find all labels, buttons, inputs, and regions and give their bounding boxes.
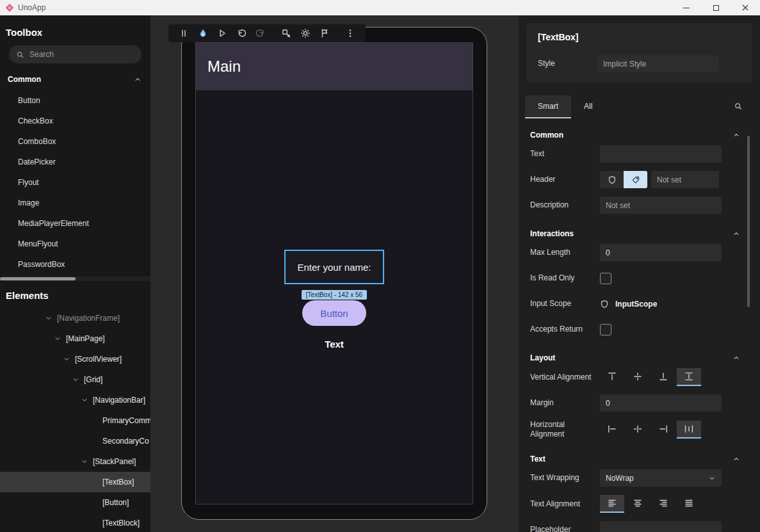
toolbox-item-passwordbox[interactable]: PasswordBox bbox=[0, 254, 150, 275]
designed-button[interactable]: Button bbox=[302, 300, 366, 326]
section-common-title: Common bbox=[530, 131, 563, 140]
design-canvas[interactable]: Main Enter your name: [TextBox] - 142 x … bbox=[150, 15, 519, 532]
toolbox-title: Toolbox bbox=[0, 15, 150, 38]
toolbox-item-datepicker[interactable]: DatePicker bbox=[0, 152, 150, 172]
toolbox-item-checkbox[interactable]: CheckBox bbox=[0, 111, 150, 131]
toolbox-section-common[interactable]: Common bbox=[0, 63, 150, 90]
close-button[interactable] bbox=[731, 0, 760, 15]
description-input[interactable] bbox=[600, 197, 722, 214]
maximize-button[interactable] bbox=[701, 0, 731, 15]
chevron-down-icon[interactable] bbox=[44, 314, 54, 322]
input-scope-value[interactable]: InputScope bbox=[615, 300, 657, 309]
device-screen: Main Enter your name: [TextBox] - 142 x … bbox=[195, 42, 473, 504]
align-bottom-button[interactable] bbox=[651, 368, 675, 386]
designed-textbox[interactable]: Enter your name: bbox=[284, 250, 384, 284]
toolbox-search-input[interactable] bbox=[9, 45, 141, 63]
tree-item-navigationbar[interactable]: [NavigationBar] bbox=[0, 390, 150, 410]
align-vertical-center-button[interactable] bbox=[626, 368, 650, 386]
inspector-scrollbar[interactable] bbox=[747, 136, 750, 307]
toolbox-search[interactable] bbox=[9, 45, 141, 63]
toolbox-item-button[interactable]: Button bbox=[0, 90, 150, 111]
description-label: Description bbox=[530, 200, 600, 210]
tree-item-navigationframe[interactable]: [NavigationFrame] bbox=[0, 308, 150, 328]
tab-all[interactable]: All bbox=[571, 95, 605, 118]
pause-icon[interactable] bbox=[175, 25, 192, 42]
selection-size-badge: [TextBox] - 142 x 56 bbox=[302, 290, 367, 300]
text-align-left-button[interactable] bbox=[600, 495, 624, 513]
align-right-button[interactable] bbox=[651, 421, 675, 439]
chevron-up-icon bbox=[732, 354, 740, 362]
properties-search-icon[interactable] bbox=[734, 102, 743, 111]
toolbox-item-mediaplayerelement[interactable]: MediaPlayerElement bbox=[0, 213, 150, 234]
stretch-horizontal-button[interactable] bbox=[677, 421, 701, 439]
align-top-button[interactable] bbox=[600, 368, 624, 386]
chevron-down-icon[interactable] bbox=[79, 396, 90, 404]
align-left-button[interactable] bbox=[600, 421, 624, 439]
margin-label: Margin bbox=[530, 398, 600, 408]
text-align-right-button[interactable] bbox=[651, 495, 675, 513]
margin-input[interactable] bbox=[600, 394, 722, 412]
section-interactions[interactable]: Interactions bbox=[519, 222, 760, 244]
section-layout-title: Layout bbox=[530, 353, 555, 362]
header-tag-button[interactable] bbox=[624, 171, 647, 188]
text-align-center-button[interactable] bbox=[626, 495, 650, 513]
header-input[interactable] bbox=[651, 171, 719, 188]
tree-item-textbox[interactable]: [TextBox] bbox=[0, 472, 150, 492]
tree-item-button[interactable]: [Button] bbox=[0, 492, 150, 513]
is-read-only-checkbox[interactable] bbox=[600, 273, 611, 284]
header-binding-button[interactable] bbox=[600, 171, 624, 188]
toolbox-item-image[interactable]: Image bbox=[0, 193, 150, 213]
element-inspector-icon[interactable] bbox=[278, 25, 295, 42]
chevron-down-icon[interactable] bbox=[53, 335, 63, 343]
chevron-down-icon[interactable] bbox=[61, 355, 72, 363]
tree-item-mainpage[interactable]: [MainPage] bbox=[0, 328, 150, 349]
tree-item-textblock[interactable]: [TextBlock] bbox=[0, 513, 150, 532]
section-text[interactable]: Text bbox=[519, 447, 760, 469]
more-options-icon[interactable] bbox=[342, 25, 359, 42]
accepts-return-checkbox[interactable] bbox=[600, 324, 611, 335]
tree-item-scrollviewer[interactable]: [ScrollViewer] bbox=[0, 349, 150, 369]
style-input[interactable] bbox=[597, 55, 719, 72]
max-length-input[interactable] bbox=[600, 244, 722, 261]
minimize-button[interactable] bbox=[672, 0, 701, 15]
sidebar: Toolbox Common ButtonCheckBoxComboBoxDat… bbox=[0, 15, 150, 532]
toolbox-item-flyout[interactable]: Flyout bbox=[0, 172, 150, 193]
text-label: Text bbox=[530, 149, 600, 159]
section-interactions-title: Interactions bbox=[530, 229, 574, 238]
tab-smart[interactable]: Smart bbox=[525, 95, 571, 118]
stretch-vertical-button[interactable] bbox=[677, 368, 701, 386]
section-layout[interactable]: Layout bbox=[519, 346, 760, 368]
tag-icon bbox=[631, 175, 640, 184]
toolbox-item-combobox[interactable]: ComboBox bbox=[0, 131, 150, 152]
align-horizontal-center-button[interactable] bbox=[626, 421, 650, 439]
tree-item-secondaryco[interactable]: SecondaryCo bbox=[0, 431, 150, 451]
tree-item-label: [NavigationFrame] bbox=[57, 314, 120, 323]
chevron-down-icon[interactable] bbox=[79, 458, 90, 465]
guides-icon[interactable] bbox=[316, 25, 333, 42]
designed-textblock[interactable]: Text bbox=[325, 339, 344, 350]
placeholder-select[interactable] bbox=[600, 521, 722, 532]
text-wrapping-select[interactable]: NoWrap bbox=[600, 469, 722, 487]
titlebar: UnoApp bbox=[0, 0, 760, 15]
play-icon[interactable] bbox=[214, 25, 230, 42]
tree-item-label: [TextBox] bbox=[102, 478, 134, 487]
tree-item-primarycomm[interactable]: PrimaryComm bbox=[0, 410, 150, 431]
redo-icon[interactable] bbox=[252, 25, 269, 42]
theme-toggle-icon[interactable] bbox=[297, 25, 314, 42]
property-sections: Common Text Header Description Interacti… bbox=[519, 124, 760, 532]
tree-item-label: [Button] bbox=[102, 498, 129, 507]
undo-icon[interactable] bbox=[233, 25, 250, 42]
tree-item-grid[interactable]: [Grid] bbox=[0, 369, 150, 390]
chevron-down-icon[interactable] bbox=[70, 376, 81, 383]
hot-reload-flame-icon[interactable] bbox=[195, 25, 211, 42]
text-align-justify-button[interactable] bbox=[677, 495, 701, 513]
scrollbar-thumb[interactable] bbox=[0, 277, 76, 280]
tree-item-stackpanel[interactable]: [StackPanel] bbox=[0, 451, 150, 472]
section-common[interactable]: Common bbox=[519, 124, 760, 145]
toolbox-item-menuflyout[interactable]: MenuFlyout bbox=[0, 234, 150, 254]
minimize-icon bbox=[683, 8, 690, 8]
text-input[interactable] bbox=[600, 145, 722, 163]
page-body[interactable]: Enter your name: [TextBox] - 142 x 56 Bu… bbox=[196, 90, 473, 504]
toolbox-horizontal-scrollbar[interactable] bbox=[0, 277, 150, 281]
designer-toolbar bbox=[168, 24, 366, 42]
